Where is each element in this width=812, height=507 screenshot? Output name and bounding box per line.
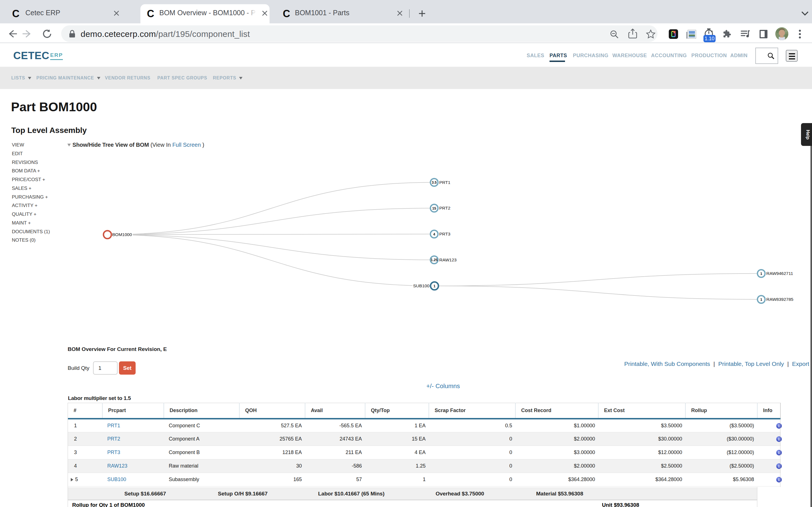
svg-text:15: 15	[432, 207, 436, 210]
svg-text:PRT3: PRT3	[439, 231, 450, 236]
svg-text:4: 4	[434, 232, 435, 236]
svg-text:1: 1	[434, 284, 436, 288]
svg-text:1.25: 1.25	[431, 258, 438, 262]
svg-text:PRT1: PRT1	[439, 180, 450, 185]
svg-text:BOM1000: BOM1000	[112, 232, 132, 237]
svg-text:RAW123: RAW123	[439, 258, 456, 262]
svg-text:1: 1	[760, 298, 762, 302]
svg-text:1: 1	[760, 272, 762, 276]
svg-text:RAW8392785: RAW8392785	[766, 297, 794, 302]
svg-text:RAW9462711: RAW9462711	[766, 271, 793, 276]
svg-text:SUB100: SUB100	[413, 283, 429, 288]
svg-text:PRT2: PRT2	[439, 206, 450, 210]
svg-text:3.5: 3.5	[432, 180, 437, 184]
